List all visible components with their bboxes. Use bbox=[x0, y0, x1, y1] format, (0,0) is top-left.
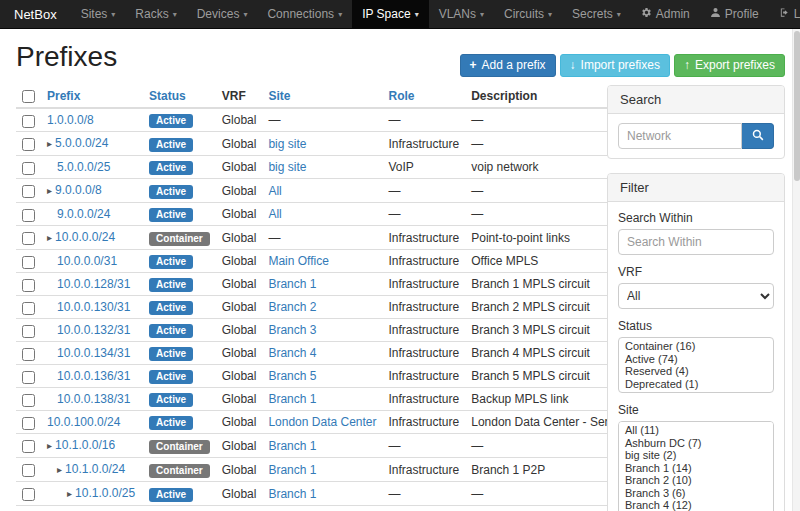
row-checkbox[interactable] bbox=[22, 371, 35, 384]
row-checkbox[interactable] bbox=[22, 279, 35, 292]
site-link[interactable]: Branch 1 bbox=[268, 392, 316, 406]
site-link[interactable]: Branch 1 bbox=[268, 487, 316, 501]
row-checkbox[interactable] bbox=[22, 185, 35, 198]
row-checkbox[interactable] bbox=[22, 256, 35, 269]
prefix-link[interactable]: 5.0.0.0/24 bbox=[55, 136, 108, 150]
site-link[interactable]: London Data Center bbox=[268, 415, 376, 429]
site-listbox[interactable]: All (11)Ashburn DC (7)big site (2)Branch… bbox=[618, 421, 774, 511]
listbox-option[interactable]: Active (74) bbox=[619, 353, 773, 366]
add-prefix-button[interactable]: + Add a prefix bbox=[460, 54, 556, 77]
site-link[interactable]: big site bbox=[268, 160, 306, 174]
expand-caret-icon[interactable]: ▸ bbox=[47, 185, 52, 196]
listbox-option[interactable]: Branch 4 (12) bbox=[619, 499, 773, 511]
row-checkbox[interactable] bbox=[22, 417, 35, 430]
prefix-link[interactable]: 10.0.0.132/31 bbox=[57, 323, 130, 337]
prefix-link[interactable]: 10.0.0.138/31 bbox=[57, 392, 130, 406]
nav-item-circuits[interactable]: Circuits▾ bbox=[494, 0, 562, 28]
status-listbox[interactable]: Container (16)Active (74)Reserved (4)Dep… bbox=[618, 337, 774, 393]
search-within-input[interactable] bbox=[618, 229, 774, 255]
listbox-option[interactable]: Reserved (4) bbox=[619, 365, 773, 378]
expand-caret-icon[interactable]: ▸ bbox=[57, 464, 62, 475]
nav-item-sites[interactable]: Sites▾ bbox=[71, 0, 126, 28]
nav-item-devices[interactable]: Devices▾ bbox=[187, 0, 258, 28]
select-all-checkbox[interactable] bbox=[22, 90, 35, 103]
prefix-link[interactable]: 10.0.100.0/24 bbox=[47, 415, 120, 429]
nav-item-vlans[interactable]: VLANs▾ bbox=[429, 0, 494, 28]
nav-admin-link[interactable]: Admin bbox=[631, 0, 700, 28]
search-input[interactable] bbox=[618, 123, 742, 149]
expand-caret-icon[interactable]: ▸ bbox=[47, 440, 52, 451]
row-checkbox[interactable] bbox=[22, 138, 35, 151]
site-link[interactable]: big site bbox=[268, 137, 306, 151]
prefix-link[interactable]: 5.0.0.0/25 bbox=[57, 160, 110, 174]
listbox-option[interactable]: Deprecated (1) bbox=[619, 378, 773, 391]
prefix-link[interactable]: 10.0.0.0/24 bbox=[55, 230, 115, 244]
listbox-option[interactable]: Branch 2 (10) bbox=[619, 474, 773, 487]
header-site[interactable]: Site bbox=[262, 85, 382, 108]
row-checkbox[interactable] bbox=[22, 162, 35, 175]
nav-logout-link[interactable]: Log out bbox=[769, 0, 800, 28]
listbox-option[interactable]: Container (16) bbox=[619, 340, 773, 353]
prefix-link[interactable]: 10.1.0.0/25 bbox=[75, 486, 135, 500]
row-checkbox[interactable] bbox=[22, 115, 35, 128]
row-checkbox[interactable] bbox=[22, 488, 35, 501]
prefix-link[interactable]: 1.0.0.0/8 bbox=[47, 113, 94, 127]
listbox-option[interactable]: Branch 1 (14) bbox=[619, 462, 773, 475]
prefix-link[interactable]: 10.0.0.0/31 bbox=[57, 254, 117, 268]
site-link[interactable]: Branch 2 bbox=[268, 300, 316, 314]
vrf-select[interactable]: All bbox=[618, 283, 774, 309]
site-link[interactable]: Branch 3 bbox=[268, 323, 316, 337]
row-checkbox[interactable] bbox=[22, 209, 35, 222]
prefix-link[interactable]: 9.0.0.0/24 bbox=[57, 207, 110, 221]
listbox-option[interactable]: Ashburn DC (7) bbox=[619, 437, 773, 450]
status-cell: Active bbox=[143, 156, 216, 179]
row-checkbox[interactable] bbox=[22, 232, 35, 245]
row-checkbox[interactable] bbox=[22, 348, 35, 361]
page-scrollbar-thumb[interactable] bbox=[794, 31, 800, 181]
row-checkbox[interactable] bbox=[22, 464, 35, 477]
search-button[interactable] bbox=[742, 123, 774, 149]
listbox-option[interactable]: All (11) bbox=[619, 424, 773, 437]
prefix-link[interactable]: 10.0.0.134/31 bbox=[57, 346, 130, 360]
nav-item-racks[interactable]: Racks▾ bbox=[125, 0, 186, 28]
nav-item-ip-space[interactable]: IP Space▾ bbox=[352, 0, 429, 28]
site-link[interactable]: Branch 1 bbox=[268, 439, 316, 453]
site-link[interactable]: Branch 1 bbox=[268, 463, 316, 477]
prefix-link[interactable]: 10.1.0.0/16 bbox=[55, 438, 115, 452]
expand-caret-icon[interactable]: ▸ bbox=[67, 488, 72, 499]
navbar-brand[interactable]: NetBox bbox=[0, 0, 71, 28]
site-link[interactable]: Branch 4 bbox=[268, 346, 316, 360]
header-prefix[interactable]: Prefix bbox=[41, 85, 143, 108]
prefix-link[interactable]: 9.0.0.0/8 bbox=[55, 183, 102, 197]
row-checkbox[interactable] bbox=[22, 440, 35, 453]
listbox-option[interactable]: Branch 3 (6) bbox=[619, 487, 773, 500]
page-scrollbar[interactable] bbox=[792, 29, 800, 511]
header-role[interactable]: Role bbox=[383, 85, 466, 108]
row-checkbox[interactable] bbox=[22, 394, 35, 407]
site-link[interactable]: All bbox=[268, 207, 281, 221]
status-badge: Active bbox=[149, 114, 193, 128]
nav-item-secrets[interactable]: Secrets▾ bbox=[562, 0, 631, 28]
header-status[interactable]: Status bbox=[143, 85, 216, 108]
expand-caret-icon[interactable]: ▸ bbox=[47, 232, 52, 243]
listbox-option[interactable]: big site (2) bbox=[619, 449, 773, 462]
table-row: 1.0.0.0/8ActiveGlobal——— bbox=[16, 108, 679, 132]
nav-item-connections[interactable]: Connections▾ bbox=[257, 0, 352, 28]
row-checkbox[interactable] bbox=[22, 302, 35, 315]
prefix-link[interactable]: 10.0.0.136/31 bbox=[57, 369, 130, 383]
row-checkbox[interactable] bbox=[22, 325, 35, 338]
site-link[interactable]: All bbox=[268, 184, 281, 198]
table-row: 10.0.0.132/31ActiveGlobalBranch 3Infrast… bbox=[16, 319, 679, 342]
site-link[interactable]: Branch 1 bbox=[268, 277, 316, 291]
site-link[interactable]: Branch 5 bbox=[268, 369, 316, 383]
site-link[interactable]: Main Office bbox=[268, 254, 328, 268]
prefix-link[interactable]: 10.1.0.0/24 bbox=[65, 462, 125, 476]
export-prefixes-button[interactable]: ↑ Export prefixes bbox=[674, 54, 785, 77]
prefix-link[interactable]: 10.0.0.130/31 bbox=[57, 300, 130, 314]
table-row: 5.0.0.0/25ActiveGlobalbig siteVoIPvoip n… bbox=[16, 156, 679, 179]
import-prefixes-button[interactable]: ↓ Import prefixes bbox=[560, 54, 670, 77]
expand-caret-icon[interactable]: ▸ bbox=[47, 138, 52, 149]
prefix-link[interactable]: 10.0.0.128/31 bbox=[57, 277, 130, 291]
nav-profile-link[interactable]: Profile bbox=[700, 0, 769, 28]
table-row: 10.1.0.0/26ActiveGlobalBranch 1—— bbox=[16, 506, 679, 511]
